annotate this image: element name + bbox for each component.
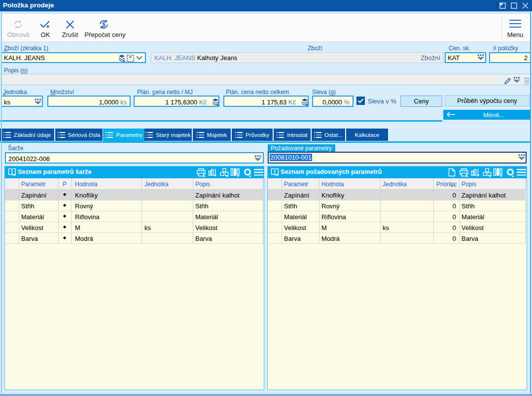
svg-text:$: $ bbox=[102, 21, 106, 28]
svg-text:*: * bbox=[46, 23, 49, 30]
